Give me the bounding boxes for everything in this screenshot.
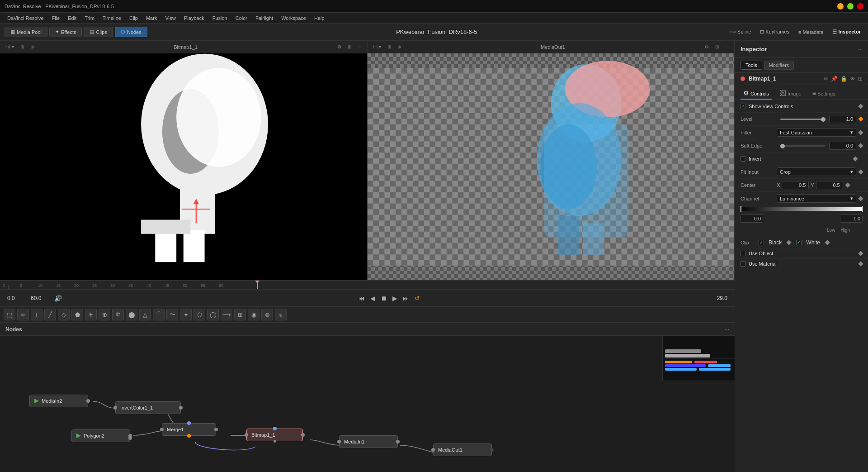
node-tool-pen[interactable]: ✏ xyxy=(17,309,29,320)
gradient-left-thumb[interactable] xyxy=(741,206,741,212)
inspector-subtab-image[interactable]: 🖼 Image xyxy=(777,88,804,100)
node-tool-particle[interactable]: ✦ xyxy=(180,309,192,320)
clip-white-checkbox[interactable]: ✓ xyxy=(796,240,802,245)
left-viewer-view-btn2[interactable]: ⊕ xyxy=(28,44,36,50)
left-viewer-content[interactable] xyxy=(0,53,367,280)
maximize-button[interactable] xyxy=(847,3,854,10)
right-viewer-grid[interactable]: ⊞ xyxy=(713,44,721,50)
menu-fusion[interactable]: Fusion xyxy=(209,14,231,22)
node-tool-transform[interactable]: ⧉ xyxy=(112,309,124,320)
node-merge1-top[interactable] xyxy=(187,421,191,425)
menu-edit[interactable]: Edit xyxy=(64,14,80,22)
node-mediaout1-output[interactable] xyxy=(490,448,494,452)
node-tool-color[interactable]: ☀ xyxy=(85,309,97,320)
node-polygon2[interactable]: Polygon2 xyxy=(71,429,130,442)
menu-mark[interactable]: Mark xyxy=(142,14,160,22)
left-viewer-more[interactable]: ··· xyxy=(356,44,363,50)
node-tool-mask[interactable]: ⬤ xyxy=(126,309,137,320)
node-mediaout1-input[interactable] xyxy=(431,448,435,452)
node-tool-erase[interactable]: ◇ xyxy=(58,309,70,320)
effects-button[interactable]: ✦ Effects xyxy=(49,27,82,37)
node-merge1-output[interactable] xyxy=(214,428,218,431)
node-lock-icon[interactable]: 🔒 xyxy=(840,76,847,82)
soft-edge-diamond[interactable] xyxy=(858,143,863,148)
show-view-controls-checkbox[interactable]: ✓ xyxy=(741,104,746,109)
clip-black-item[interactable]: ✓ Black xyxy=(759,239,782,246)
node-media-in1[interactable]: MediaIn1 xyxy=(339,435,398,448)
clip-white-item[interactable]: ✓ White xyxy=(796,239,820,246)
node-tool-select[interactable]: ⬚ xyxy=(4,309,15,320)
use-material-checkbox[interactable] xyxy=(741,261,746,267)
right-viewer-settings[interactable]: ⚙ xyxy=(703,44,711,50)
use-object-diamond[interactable] xyxy=(858,251,863,256)
level-input[interactable]: 1.0 xyxy=(829,115,856,123)
node-pencil-icon[interactable]: ✏ xyxy=(824,76,828,82)
left-viewer-fit[interactable]: Fit ▾ xyxy=(4,44,16,50)
prev-frame-button[interactable]: ◀ xyxy=(370,295,375,302)
left-viewer-grid[interactable]: ⊞ xyxy=(346,44,353,50)
node-invertcolor-output[interactable] xyxy=(179,406,183,410)
volume-icon[interactable]: 🔊 xyxy=(54,295,62,302)
right-viewer-view-btn1[interactable]: ⊞ xyxy=(386,44,393,50)
node-tool-opt3[interactable]: ⊗ xyxy=(261,309,273,320)
menu-clip[interactable]: Clip xyxy=(126,14,142,22)
node-bitmap1-input[interactable] xyxy=(245,433,248,437)
range-high-input[interactable]: 1.0 xyxy=(840,215,863,223)
node-media-out1[interactable]: MediaOut1 xyxy=(433,443,492,456)
close-button[interactable] xyxy=(857,3,863,10)
node-mediain2-output[interactable] xyxy=(86,399,90,403)
gradient-right-thumb[interactable] xyxy=(862,206,863,212)
menu-file[interactable]: File xyxy=(48,14,64,22)
soft-edge-slider[interactable] xyxy=(780,145,826,147)
node-tool-shape[interactable]: △ xyxy=(139,309,151,320)
node-invert-color[interactable]: InvertColor1_1 xyxy=(115,401,181,414)
soft-edge-slider-thumb[interactable] xyxy=(780,144,785,148)
node-tool-text[interactable]: T xyxy=(31,309,42,320)
filter-diamond[interactable] xyxy=(858,130,863,135)
metadata-button[interactable]: ≡ Metadata xyxy=(796,29,826,36)
fit-input-dropdown[interactable]: Crop ▾ xyxy=(777,167,856,176)
skip-to-start-button[interactable]: ⏮ xyxy=(359,295,365,302)
spline-button[interactable]: ⟿ Spline xyxy=(726,28,754,36)
filter-dropdown[interactable]: Fast Gaussian ▾ xyxy=(777,128,856,137)
level-slider[interactable] xyxy=(780,119,826,120)
menu-workspace[interactable]: Workspace xyxy=(278,14,310,22)
node-merge1-bottom[interactable] xyxy=(187,434,191,438)
inspector-subtab-settings[interactable]: ≡ Settings xyxy=(810,88,838,100)
use-object-checkbox[interactable] xyxy=(741,251,746,256)
node-tool-blur[interactable]: ⬟ xyxy=(71,309,83,320)
show-view-controls-diamond[interactable] xyxy=(858,104,863,109)
keyframes-button[interactable]: ⊞ Keyframes xyxy=(757,28,792,36)
node-graph[interactable]: MediaIn2 InvertColor1_1 Polygon2 xyxy=(0,336,735,472)
node-bitmap1-output[interactable] xyxy=(301,433,305,437)
center-x-input[interactable]: 0.5 xyxy=(782,181,809,189)
node-tool-3d[interactable]: ⬡ xyxy=(193,309,205,320)
left-viewer-settings[interactable]: ⚙ xyxy=(335,44,343,50)
inspector-button[interactable]: ☰ Inspector xyxy=(830,28,863,36)
invert-diamond[interactable] xyxy=(853,156,858,161)
node-polygon2-output2[interactable] xyxy=(128,436,132,440)
nodes-button[interactable]: ⬡ Nodes xyxy=(115,27,147,37)
node-tool-opt2[interactable]: ◉ xyxy=(248,309,259,320)
range-low-input[interactable]: 0.0 xyxy=(741,215,763,223)
clip-black-diamond[interactable] xyxy=(787,240,792,245)
play-button[interactable]: ▶ xyxy=(392,295,397,302)
skip-to-end-button[interactable]: ⏭ xyxy=(403,295,409,302)
node-tool-flow[interactable]: ⟶ xyxy=(221,309,232,320)
soft-edge-input[interactable]: 0.0 xyxy=(829,142,856,150)
node-tool-brush[interactable]: ╱ xyxy=(44,309,56,320)
right-viewer-fit[interactable]: Fit ▾ xyxy=(371,44,383,50)
node-bitmap1-1[interactable]: Bitmap1_1 xyxy=(246,429,303,441)
channel-diamond[interactable] xyxy=(858,196,863,201)
right-viewer-content[interactable] xyxy=(368,53,735,280)
node-media-in2[interactable]: MediaIn2 xyxy=(29,395,88,407)
channel-gradient-bar[interactable] xyxy=(741,207,863,211)
node-bitmap1-bottom[interactable] xyxy=(274,440,276,443)
node-tool-merge[interactable]: ⊕ xyxy=(99,309,110,320)
menu-color[interactable]: Color xyxy=(232,14,251,22)
node-mediain1-output[interactable] xyxy=(396,440,400,443)
menu-view[interactable]: View xyxy=(161,14,179,22)
node-tool-vr[interactable]: ◯ xyxy=(207,309,219,320)
node-merge1-input1[interactable] xyxy=(160,428,164,431)
menu-playback[interactable]: Playback xyxy=(180,14,208,22)
